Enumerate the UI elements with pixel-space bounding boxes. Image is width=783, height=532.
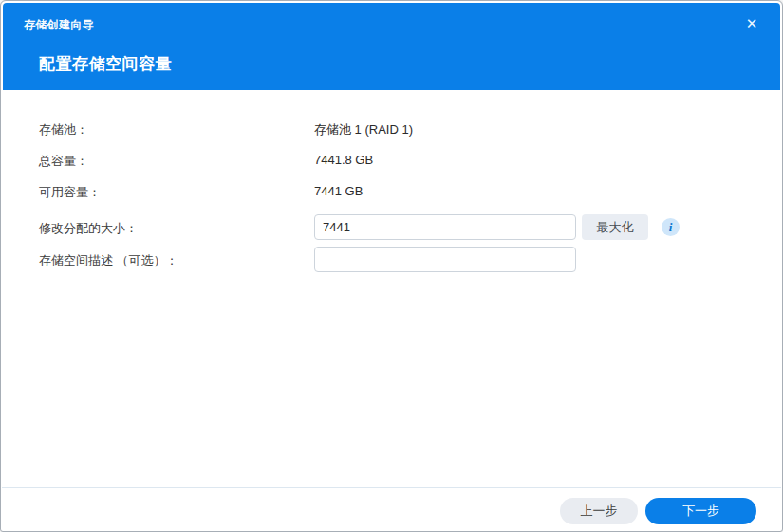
field-row-total-capacity: 总容量： 7441.8 GB (39, 153, 744, 179)
dialog-title: 存储创建向导 (24, 17, 94, 33)
total-capacity-label: 总容量： (39, 153, 88, 170)
dialog-header: 存储创建向导 ✕ 配置存储空间容量 (3, 3, 780, 90)
allocated-size-label: 修改分配的大小： (39, 220, 138, 237)
info-icon[interactable]: i (662, 218, 680, 236)
storage-wizard-dialog: 存储创建向导 ✕ 配置存储空间容量 存储池： 存储池 1 (RAID 1) 总容… (0, 0, 783, 532)
available-capacity-label: 可用容量： (39, 184, 101, 201)
page-title: 配置存储空间容量 (39, 53, 172, 75)
footer-divider (2, 487, 781, 488)
back-button[interactable]: 上一步 (560, 498, 638, 524)
field-row-available-capacity: 可用容量： 7441 GB (39, 184, 744, 211)
field-row-storage-pool: 存储池： 存储池 1 (RAID 1) (39, 121, 744, 148)
storage-pool-value: 存储池 1 (RAID 1) (314, 121, 413, 138)
available-capacity-value: 7441 GB (314, 184, 363, 198)
description-label: 存储空间描述 （可选）： (39, 252, 178, 269)
close-button[interactable]: ✕ (740, 12, 763, 35)
next-button[interactable]: 下一步 (645, 498, 756, 524)
close-icon: ✕ (746, 15, 758, 32)
storage-pool-label: 存储池： (39, 121, 88, 138)
maximize-button[interactable]: 最大化 (582, 214, 648, 240)
field-row-allocated-size: 修改分配的大小： 最大化 i (39, 220, 744, 247)
field-row-description: 存储空间描述 （可选）： (39, 252, 744, 279)
total-capacity-value: 7441.8 GB (314, 153, 373, 167)
description-input[interactable] (314, 247, 576, 272)
allocated-size-input[interactable] (314, 214, 576, 240)
